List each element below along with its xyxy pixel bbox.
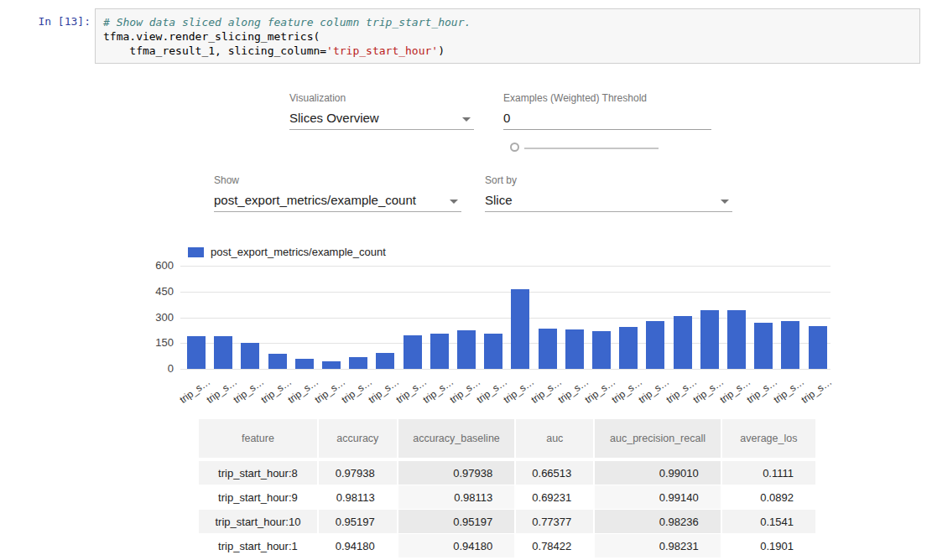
metric-cell: 0.66513 <box>516 461 595 485</box>
visualization-label: Visualization <box>289 92 474 104</box>
show-dropdown[interactable]: post_export_metrics/example_count <box>214 189 461 212</box>
chart-bar[interactable] <box>754 323 773 369</box>
metric-cell: 0.97938 <box>319 461 398 485</box>
gridline <box>180 369 830 370</box>
visualization-dropdown[interactable]: Slices Overview <box>289 106 474 130</box>
table-row: trip_start_hour:100.951970.951970.773770… <box>199 510 817 534</box>
metric-cell: 0.1901 <box>722 534 817 558</box>
gridline <box>180 292 830 293</box>
chart-bar[interactable] <box>565 329 584 369</box>
x-tick-label: trip_s… <box>799 376 834 406</box>
code-lines: # Show data sliced along feature column … <box>103 15 912 58</box>
metric-cell: 0.94180 <box>319 534 398 558</box>
show-label: Show <box>214 174 461 186</box>
chart-bar[interactable] <box>809 326 827 369</box>
table-header-cell[interactable]: accuracy <box>319 419 398 461</box>
chart-bar[interactable] <box>214 336 232 369</box>
table-header-cell[interactable]: auc_precision_recall <box>595 419 721 461</box>
feature-cell: trip_start_hour:8 <box>199 461 319 485</box>
chart-bar[interactable] <box>781 321 799 369</box>
x-tick-label: trip_s… <box>258 376 294 406</box>
metric-cell: 0.98113 <box>319 485 398 510</box>
chart-bar[interactable] <box>539 329 557 369</box>
table-row: trip_start_hour:10.941800.941800.784220.… <box>199 534 817 558</box>
code-line: tfma.view.render_slicing_metrics( <box>103 29 912 44</box>
threshold-label: Examples (Weighted) Threshold <box>503 92 711 104</box>
chart-bar[interactable] <box>430 334 449 369</box>
code-line: tfma_result_1, slicing_column='trip_star… <box>103 44 912 58</box>
threshold-input[interactable]: 0 <box>503 106 711 130</box>
code-line: # Show data sliced along feature column … <box>103 15 912 29</box>
sort-by-label: Sort by <box>485 174 732 186</box>
x-tick-label: trip_s… <box>367 376 402 406</box>
x-tick-label: trip_s… <box>393 376 429 406</box>
x-tick-label: trip_s… <box>502 376 537 406</box>
table-header-cell[interactable]: accuracy_baseline <box>398 419 517 461</box>
table-header-row: featureaccuracyaccuracy_baselineaucauc_p… <box>199 419 817 461</box>
x-tick-label: trip_s… <box>232 376 267 406</box>
table-header-cell[interactable]: average_los <box>722 419 817 461</box>
visualization-value: Slices Overview <box>289 111 379 125</box>
y-tick-label: 150 <box>147 336 174 349</box>
chart-bar[interactable] <box>376 353 394 369</box>
metric-cell: 0.97938 <box>398 461 517 485</box>
chevron-down-icon <box>721 200 729 204</box>
chart-bar[interactable] <box>349 357 367 369</box>
chart-bar[interactable] <box>727 310 746 369</box>
chart-bar[interactable] <box>241 343 259 369</box>
threshold-slider[interactable] <box>510 142 663 155</box>
metric-cell: 0.1541 <box>722 510 817 534</box>
metric-cell: 0.69231 <box>516 485 595 510</box>
code-editor[interactable]: # Show data sliced along feature column … <box>95 8 920 64</box>
chevron-down-icon <box>462 117 471 122</box>
chart-bar[interactable] <box>646 321 664 369</box>
metric-cell: 0.1111 <box>722 461 817 485</box>
chart-bar[interactable] <box>484 334 502 369</box>
metric-cell: 0.98236 <box>595 510 721 534</box>
table-header-cell[interactable]: auc <box>516 419 595 461</box>
gridline <box>180 266 830 267</box>
cell-prompt: In [13]: <box>23 15 91 28</box>
legend-swatch <box>188 247 204 257</box>
x-tick-label: trip_s… <box>772 376 807 406</box>
chart-bar[interactable] <box>700 310 719 369</box>
chart-bar[interactable] <box>295 359 314 369</box>
metrics-table: featureaccuracyaccuracy_baselineaucauc_p… <box>199 419 817 558</box>
chart-bar[interactable] <box>268 354 287 369</box>
sort-by-field: Sort by Slice <box>485 174 732 212</box>
chart-bar[interactable] <box>511 289 529 369</box>
metric-cell: 0.98113 <box>398 485 517 510</box>
table-row: trip_start_hour:80.979380.979380.665130.… <box>199 461 817 485</box>
metric-cell: 0.78422 <box>516 534 595 558</box>
slider-knob[interactable] <box>510 143 519 152</box>
visualization-field: Visualization Slices Overview <box>289 92 474 130</box>
chart-bar[interactable] <box>674 316 692 369</box>
sort-by-value: Slice <box>485 193 513 207</box>
chart-plot-area: 0150300450600trip_s…trip_s…trip_s…trip_s… <box>180 266 830 369</box>
sort-by-dropdown[interactable]: Slice <box>485 189 732 212</box>
show-value: post_export_metrics/example_count <box>214 193 416 207</box>
chart-bar[interactable] <box>322 361 341 369</box>
chart-bar[interactable] <box>592 331 611 369</box>
chart-legend: post_export_metrics/example_count <box>188 246 386 258</box>
y-tick-label: 300 <box>147 311 174 324</box>
feature-cell: trip_start_hour:1 <box>199 534 319 558</box>
chart-bar[interactable] <box>404 335 422 369</box>
table-header-cell[interactable]: feature <box>199 419 319 461</box>
metric-cell: 0.0892 <box>722 485 817 510</box>
slider-track[interactable] <box>524 148 659 149</box>
metric-cell: 0.95197 <box>319 510 398 534</box>
y-tick-label: 0 <box>147 362 174 375</box>
legend-label: post_export_metrics/example_count <box>211 246 386 258</box>
x-tick-label: trip_s… <box>637 376 672 406</box>
notebook-output-page: In [13]: # Show data sliced along featur… <box>0 0 932 560</box>
show-field: Show post_export_metrics/example_count <box>214 174 461 212</box>
threshold-field: Examples (Weighted) Threshold 0 <box>503 92 711 130</box>
chart-bar[interactable] <box>457 330 476 369</box>
chevron-down-icon <box>450 200 458 204</box>
table-row: trip_start_hour:90.981130.981130.692310.… <box>199 485 817 510</box>
x-tick-label: trip_s… <box>664 376 699 406</box>
x-tick-label: trip_s… <box>528 376 564 406</box>
chart-bar[interactable] <box>187 336 206 369</box>
chart-bar[interactable] <box>619 327 638 369</box>
